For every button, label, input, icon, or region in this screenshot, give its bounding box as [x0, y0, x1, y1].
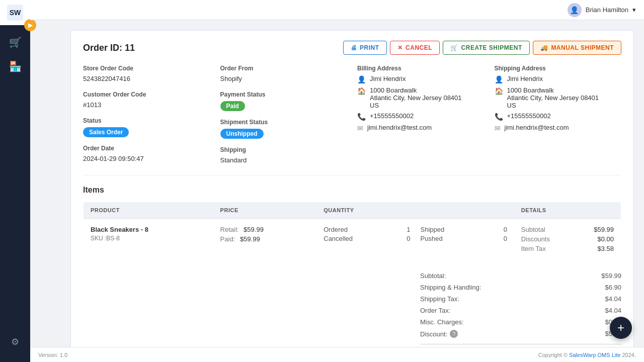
discount-row: Discount: ? $5.99: [420, 328, 621, 340]
shipping-phone: +15555550002: [507, 112, 551, 120]
product-sku: SKU :BS-8: [91, 235, 206, 242]
footer-link[interactable]: SalesWarp OMS Lite: [569, 352, 620, 358]
shipping-value: Standard: [220, 156, 348, 164]
truck-icon: 🚚: [540, 44, 548, 51]
status-badge: Sales Order: [83, 127, 129, 137]
shipping-handling-value: $6.90: [605, 284, 621, 291]
sidebar-item-settings[interactable]: ⚙: [11, 330, 19, 354]
home-icon: 🏠: [495, 87, 503, 95]
detail-discounts: Discounts $0.00: [521, 235, 614, 243]
billing-name-row: 👤 Jimi Hendrix: [357, 75, 485, 83]
customer-order-code-label: Customer Order Code: [83, 91, 210, 98]
order-info-grid: Store Order Code 5243822047416 Customer …: [83, 65, 621, 175]
col-product: PRODUCT: [84, 202, 213, 219]
items-table-body: Black Sneakers - 8 SKU :BS-8 Retail: $59…: [84, 219, 621, 262]
payment-status-badge: Paid: [220, 101, 245, 111]
col-price: PRICE: [213, 202, 317, 219]
sidebar-item-orders[interactable]: 🛒: [0, 30, 30, 54]
shipping-email: jimi.hendrix@test.com: [505, 124, 569, 131]
order-from: Shopify: [220, 75, 348, 82]
detail-item-tax: Item Tax $3.58: [521, 245, 614, 252]
items-table-header: PRODUCT PRICE QUANTITY DETAILS: [84, 202, 621, 219]
person-icon: 👤: [357, 75, 366, 83]
quantity-grid: Ordered 1 Shipped 0 Cancelled: [324, 226, 507, 242]
create-shipment-button[interactable]: 🛒 CREATE SHIPMENT: [443, 41, 530, 55]
avatar: 👤: [568, 3, 582, 17]
phone-icon: 📞: [495, 113, 503, 121]
shipping-label: Shipping: [220, 146, 348, 153]
discount-help-icon[interactable]: ?: [450, 330, 458, 338]
order-tax-row: Order Tax: $4.04: [420, 305, 621, 316]
subtotal-value: $59.99: [601, 272, 621, 280]
subtotal-label: Subtotal:: [420, 272, 446, 280]
shipping-name: Jimi Hendrix: [507, 75, 543, 82]
price-cell: Retail: $59.99 Paid: $59.99: [213, 219, 317, 262]
payment-status-label: Payment Status: [220, 91, 348, 98]
discount-label: Discount: ?: [420, 330, 458, 338]
pushed-qty: Pushed 0: [421, 235, 507, 242]
topbar: 👤 Brian Hamilton ▾: [30, 0, 644, 20]
sidebar-bottom: ⚙: [11, 330, 19, 362]
shipping-handling-label: Shipping & Handling:: [420, 284, 481, 291]
product-name: Black Sneakers - 8: [91, 226, 206, 233]
order-info-col2: Order From Shopify Payment Status Paid S…: [220, 65, 348, 165]
email-icon: ✉: [495, 124, 501, 132]
sidebar-nav: 🛒 🏪: [0, 25, 30, 330]
paid-price-row: Paid: $59.99: [220, 235, 310, 243]
misc-charges-row: Misc. Charges: $0.00: [420, 316, 621, 328]
items-title: Items: [83, 186, 621, 195]
order-tax-label: Order Tax:: [420, 307, 450, 314]
version-label: Version: 1.0: [38, 352, 67, 358]
totals-section: Subtotal: $59.99 Shipping & Handling: $6…: [83, 270, 621, 358]
product-cell: Black Sneakers - 8 SKU :BS-8: [84, 219, 213, 262]
order-card: Order ID: 11 🖨 PRINT ✕ CANCEL 🛒 CREATE S…: [70, 30, 634, 362]
order-date-label: Order Date: [83, 145, 210, 152]
billing-address-title: Billing Address: [357, 65, 485, 72]
quantity-cell: Ordered 1 Shipped 0 Cancelled: [316, 219, 514, 262]
footer: Version: 1.0 Copyright © SalesWarp OMS L…: [30, 347, 644, 362]
order-date: 2024-01-29 09:50:47: [83, 155, 210, 162]
billing-address-section: Billing Address 👤 Jimi Hendrix 🏠 1000 Bo…: [357, 65, 485, 165]
totals-table: Subtotal: $59.99 Shipping & Handling: $6…: [420, 270, 621, 358]
order-from-label: Order From: [220, 65, 348, 72]
shipment-status-label: Shipment Status: [220, 119, 348, 126]
main: Order ID: 11 🖨 PRINT ✕ CANCEL 🛒 CREATE S…: [60, 0, 644, 362]
billing-phone-row: 📞 +15555550002: [357, 112, 485, 121]
print-icon: 🖨: [351, 44, 357, 51]
billing-phone: +15555550002: [370, 112, 414, 120]
cancelled-qty: Cancelled 0: [324, 235, 410, 242]
shipping-name-row: 👤 Jimi Hendrix: [495, 75, 622, 83]
subtotal-row: Subtotal: $59.99: [420, 270, 621, 282]
sidebar-toggle[interactable]: ▶: [24, 19, 36, 31]
store-order-code: 5243822047416: [83, 75, 210, 82]
order-info-col1: Store Order Code 5243822047416 Customer …: [83, 65, 210, 165]
user-menu[interactable]: 👤 Brian Hamilton ▾: [568, 3, 636, 17]
shipping-email-row: ✉ jimi.hendrix@test.com: [495, 124, 622, 132]
print-button[interactable]: 🖨 PRINT: [343, 41, 387, 55]
sidebar-item-store[interactable]: 🏪: [0, 54, 30, 78]
billing-email-row: ✉ jimi.hendrix@test.com: [357, 124, 485, 132]
manual-shipment-button[interactable]: 🚚 MANUAL SHIPMENT: [533, 41, 621, 55]
customer-order-code: #1013: [83, 101, 210, 109]
shipping-tax-label: Shipping Tax:: [420, 295, 459, 303]
billing-address-row: 🏠 1000 Boardwalk Atlantic City, New Jers…: [357, 86, 485, 109]
fab-button[interactable]: +: [610, 317, 632, 339]
logo-box: SW: [7, 5, 23, 21]
copyright-text: Copyright © SalesWarp OMS Lite 2024.: [538, 352, 636, 358]
phone-icon: 📞: [357, 113, 366, 121]
items-table: PRODUCT PRICE QUANTITY DETAILS Black Sne…: [83, 202, 621, 262]
cancel-button[interactable]: ✕ CANCEL: [390, 41, 440, 55]
shipping-handling-row: Shipping & Handling: $6.90: [420, 282, 621, 293]
shipment-status-badge: Unshipped: [220, 129, 264, 139]
billing-name: Jimi Hendrix: [370, 75, 406, 82]
order-actions: 🖨 PRINT ✕ CANCEL 🛒 CREATE SHIPMENT 🚚 MAN…: [343, 41, 621, 55]
items-section: Items PRODUCT PRICE QUANTITY DETAILS: [83, 186, 621, 358]
store-order-code-label: Store Order Code: [83, 65, 210, 72]
shipping-address-section: Shipping Address 👤 Jimi Hendrix 🏠 1000 B…: [495, 65, 622, 165]
email-icon: ✉: [357, 124, 363, 132]
billing-email: jimi.hendrix@test.com: [367, 124, 432, 131]
shipping-phone-row: 📞 +15555550002: [495, 112, 622, 121]
shipping-address: 1000 Boardwalk Atlantic City, New Jersey…: [507, 86, 599, 109]
status-label: Status: [83, 117, 210, 124]
shipping-tax-value: $4.04: [605, 295, 621, 303]
